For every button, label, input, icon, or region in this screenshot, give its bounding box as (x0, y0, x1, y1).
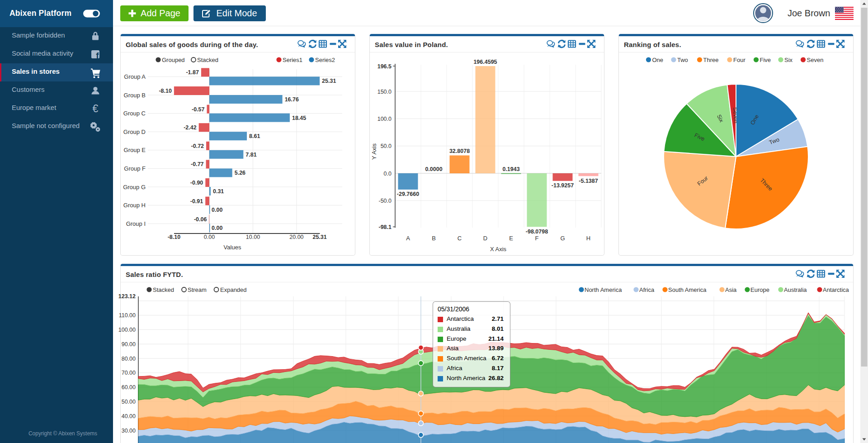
svg-text:Series2: Series2 (315, 57, 335, 63)
svg-text:Two: Two (677, 57, 688, 63)
svg-text:90.00: 90.00 (122, 341, 136, 348)
svg-text:30.00: 30.00 (122, 428, 136, 434)
svg-text:South America: South America (668, 286, 707, 293)
svg-text:-5.1387: -5.1387 (579, 178, 598, 184)
svg-text:Four: Four (733, 57, 745, 63)
svg-text:-0.06: -0.06 (194, 216, 207, 223)
svg-text:100.00: 100.00 (118, 327, 136, 333)
svg-text:50.0: 50.0 (381, 143, 392, 149)
svg-text:Stacked: Stacked (197, 57, 218, 63)
svg-text:-0.90: -0.90 (190, 180, 203, 186)
svg-text:0.00: 0.00 (212, 225, 222, 231)
svg-text:123.12: 123.12 (118, 293, 136, 300)
svg-text:0.0000: 0.0000 (425, 166, 442, 172)
svg-text:Group C: Group C (123, 110, 146, 117)
svg-text:-98.1: -98.1 (379, 224, 392, 230)
svg-text:Group D: Group D (123, 129, 146, 135)
svg-text:60.00: 60.00 (122, 384, 136, 391)
svg-text:X Axis: X Axis (490, 246, 507, 252)
svg-text:Group G: Group G (123, 184, 146, 191)
svg-text:D: D (483, 235, 487, 242)
svg-text:-98.0798: -98.0798 (526, 229, 548, 235)
svg-text:-0.91: -0.91 (190, 198, 203, 205)
svg-text:Group F: Group F (124, 165, 146, 172)
svg-text:A: A (406, 235, 410, 242)
svg-text:Three: Three (703, 57, 719, 63)
svg-text:H: H (586, 235, 590, 242)
svg-text:-8.10: -8.10 (159, 88, 172, 94)
svg-text:Five: Five (760, 57, 771, 63)
svg-text:Values: Values (224, 244, 241, 251)
svg-text:16.76: 16.76 (285, 96, 299, 103)
svg-text:18.45: 18.45 (292, 115, 306, 121)
svg-text:0.31: 0.31 (213, 188, 224, 195)
svg-text:Stream: Stream (188, 286, 207, 293)
svg-text:196.4595: 196.4595 (473, 59, 497, 65)
svg-text:80.00: 80.00 (122, 356, 136, 362)
svg-text:196.5: 196.5 (377, 63, 392, 70)
svg-text:-13.9257: -13.9257 (552, 182, 574, 189)
svg-text:-8.10: -8.10 (168, 234, 181, 240)
svg-text:70.00: 70.00 (122, 370, 136, 376)
svg-text:-2.42: -2.42 (184, 124, 197, 131)
svg-text:G: G (560, 235, 565, 242)
svg-text:0.00: 0.00 (204, 234, 215, 240)
svg-text:40.00: 40.00 (122, 413, 136, 419)
svg-text:0.00: 0.00 (212, 207, 222, 213)
svg-text:F: F (535, 235, 539, 242)
svg-text:Expanded: Expanded (220, 286, 247, 293)
svg-text:B: B (432, 235, 436, 242)
svg-text:100.0: 100.0 (377, 116, 392, 122)
svg-text:0.1943: 0.1943 (502, 166, 519, 172)
svg-text:E: E (509, 235, 513, 242)
svg-text:C: C (458, 235, 462, 242)
svg-text:-1.87: -1.87 (186, 69, 199, 76)
svg-text:Stacked: Stacked (153, 286, 174, 293)
svg-text:8.61: 8.61 (249, 133, 260, 139)
svg-text:-50.0: -50.0 (379, 198, 392, 204)
svg-text:0.0: 0.0 (384, 171, 392, 177)
svg-text:Group E: Group E (124, 147, 146, 153)
svg-text:Group A: Group A (124, 73, 146, 80)
svg-text:25.31: 25.31 (312, 234, 326, 240)
svg-text:Group H: Group H (123, 202, 146, 209)
svg-text:Africa: Africa (639, 286, 655, 293)
svg-text:Group I: Group I (126, 220, 146, 227)
svg-text:Grouped: Grouped (162, 57, 185, 63)
svg-text:20.00: 20.00 (289, 234, 303, 240)
svg-text:10.00: 10.00 (246, 234, 260, 240)
svg-text:Europe: Europe (750, 286, 769, 293)
svg-text:North America: North America (585, 286, 622, 293)
svg-text:-0.77: -0.77 (191, 161, 204, 167)
svg-text:Group B: Group B (124, 92, 146, 99)
svg-text:Antarctica: Antarctica (823, 286, 849, 293)
svg-text:Series1: Series1 (283, 57, 302, 63)
svg-text:One: One (652, 57, 664, 63)
svg-text:Asia: Asia (725, 286, 737, 293)
svg-text:7.81: 7.81 (245, 152, 256, 158)
svg-text:Y Axis: Y Axis (371, 143, 377, 160)
svg-text:110.00: 110.00 (119, 312, 136, 319)
svg-text:€: € (93, 103, 99, 114)
svg-text:-0.57: -0.57 (192, 106, 205, 113)
svg-text:25.31: 25.31 (322, 78, 336, 84)
svg-text:5.26: 5.26 (235, 170, 245, 176)
svg-text:Seven: Seven (731, 107, 739, 124)
svg-text:Seven: Seven (807, 57, 824, 63)
svg-text:50.00: 50.00 (122, 399, 136, 405)
svg-text:Six: Six (784, 57, 793, 63)
svg-text:-0.72: -0.72 (191, 143, 204, 149)
svg-text:f: f (96, 51, 99, 60)
svg-text:32.8078: 32.8078 (449, 148, 470, 154)
svg-text:-29.7660: -29.7660 (397, 191, 419, 197)
svg-text:150.0: 150.0 (377, 89, 392, 95)
svg-text:Australia: Australia (784, 286, 807, 293)
